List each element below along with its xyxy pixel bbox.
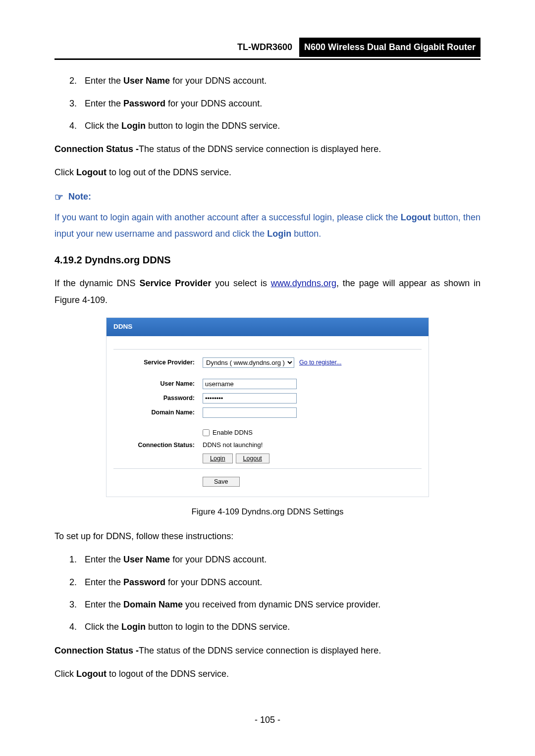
list-item: 4. Click the Login button to login to th… xyxy=(67,619,481,635)
domain-input[interactable] xyxy=(203,407,297,418)
row-login-logout: Login Logout xyxy=(113,454,422,463)
list-item: 1. Enter the User Name for your DDNS acc… xyxy=(67,552,481,568)
dyndns-link[interactable]: www.dyndns.org xyxy=(271,278,336,288)
username-input[interactable] xyxy=(203,379,297,389)
bottom-ordered-list: 1. Enter the User Name for your DDNS acc… xyxy=(54,552,481,635)
save-button[interactable]: Save xyxy=(203,477,240,487)
list-num: 4. xyxy=(69,118,82,134)
setup-line: To set up for DDNS, follow these instruc… xyxy=(54,528,481,545)
row-password: Password: xyxy=(113,393,422,403)
hand-icon: ☞ xyxy=(54,192,63,202)
list-item: 3. Enter the Domain Name you received fr… xyxy=(67,597,481,613)
section-heading: 4.19.2 Dyndns.org DDNS xyxy=(54,251,481,269)
row-enable-ddns: Enable DDNS xyxy=(113,429,422,437)
enable-ddns-label: Enable DDNS xyxy=(213,429,253,437)
list-num: 3. xyxy=(69,96,82,112)
label-password: Password: xyxy=(113,394,203,402)
row-domain: Domain Name: xyxy=(113,407,422,418)
list-item: 2. Enter the User Name for your DDNS acc… xyxy=(67,73,481,89)
row-username: User Name: xyxy=(113,379,422,389)
row-conn-status: Connection Status: DDNS not launching! xyxy=(113,441,422,450)
label-username: User Name: xyxy=(113,380,203,388)
header-rule xyxy=(54,58,481,60)
conn-status-value: DDNS not launching! xyxy=(203,441,263,450)
go-register-link[interactable]: Go to register... xyxy=(299,358,341,366)
logout-button[interactable]: Logout xyxy=(236,454,269,463)
intro-paragraph: If the dynamic DNS Service Provider you … xyxy=(54,275,481,308)
doc-header: TL-WDR3600 N600 Wireless Dual Band Gigab… xyxy=(54,38,481,57)
list-item: 3. Enter the Password for your DDNS acco… xyxy=(67,96,481,112)
page-number: - 105 - xyxy=(54,712,481,728)
connection-status-paragraph: Connection Status -The status of the DDN… xyxy=(54,141,481,157)
logout-paragraph-2: Click Logout to logout of the DDNS servi… xyxy=(54,666,481,682)
row-save: Save xyxy=(113,477,422,487)
label-conn-status: Connection Status: xyxy=(113,441,203,449)
list-num: 2. xyxy=(69,73,82,89)
label-domain: Domain Name: xyxy=(113,408,203,416)
list-item: 2. Enter the Password for your DDNS acco… xyxy=(67,574,481,591)
note-text: If you want to login again with another … xyxy=(54,209,481,243)
row-service-provider: Service Provider: Dyndns ( www.dyndns.or… xyxy=(113,357,422,368)
model-label: TL-WDR3600 xyxy=(237,39,299,55)
ddns-screenshot: DDNS Service Provider: Dyndns ( www.dynd… xyxy=(106,317,429,497)
note-label: ☞ Note: xyxy=(54,188,481,206)
connection-status-paragraph-2: Connection Status -The status of the DDN… xyxy=(54,643,481,659)
login-button[interactable]: Login xyxy=(203,454,233,463)
label-service-provider: Service Provider: xyxy=(113,358,203,366)
enable-ddns-checkbox[interactable] xyxy=(203,429,210,436)
divider xyxy=(113,468,422,469)
service-provider-select[interactable]: Dyndns ( www.dyndns.org ) xyxy=(203,357,294,368)
list-item: 4. Click the Login button to login the D… xyxy=(67,118,481,134)
top-ordered-list: 2. Enter the User Name for your DDNS acc… xyxy=(54,73,481,134)
password-input[interactable] xyxy=(203,393,297,403)
divider xyxy=(113,349,422,350)
panel-title: DDNS xyxy=(107,318,428,336)
model-desc: N600 Wireless Dual Band Gigabit Router xyxy=(299,38,481,57)
figure-caption: Figure 4-109 Dyndns.org DDNS Settings xyxy=(54,504,481,519)
logout-paragraph: Click Logout to log out of the DDNS serv… xyxy=(54,164,481,181)
